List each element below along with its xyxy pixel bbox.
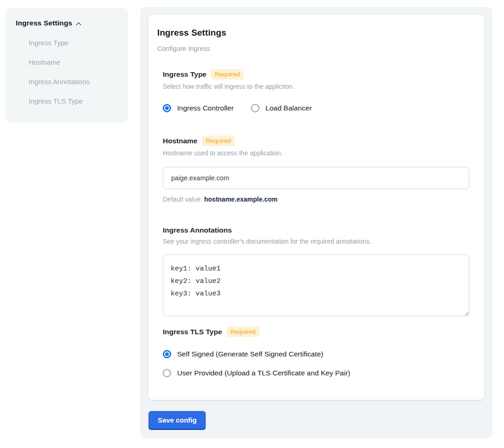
radio-selected-icon[interactable]: [163, 104, 171, 112]
field-ingress-tls-type: Ingress TLS Type Required Self Signed (G…: [163, 326, 469, 377]
hostname-input[interactable]: [163, 167, 469, 189]
hostname-description: Hostname used to access the application.: [163, 149, 469, 157]
radio-load-balancer-label: Load Balancer: [265, 104, 312, 112]
radio-user-provided[interactable]: User Provided (Upload a TLS Certificate …: [163, 369, 469, 377]
ingress-type-radio-group: Ingress Controller Load Balancer: [163, 104, 469, 112]
radio-ingress-controller[interactable]: Ingress Controller: [163, 104, 234, 112]
sidebar-item-hostname[interactable]: Hostname: [29, 58, 118, 66]
radio-unselected-icon[interactable]: [251, 104, 259, 112]
ingress-type-description: Select how traffic will ingress to the a…: [163, 83, 469, 90]
ingress-tls-type-label: Ingress TLS Type: [163, 328, 222, 336]
ingress-settings-card: Ingress Settings Configure Ingress Ingre…: [148, 15, 484, 400]
ingress-type-label: Ingress Type: [163, 70, 206, 79]
radio-ingress-controller-label: Ingress Controller: [177, 104, 234, 112]
field-hostname: Hostname Required Hostname used to acces…: [163, 135, 469, 203]
page-subtitle: Configure Ingress: [157, 45, 469, 52]
ingress-annotations-textarea[interactable]: key1: value1 key2: value2 key3: value3: [163, 254, 469, 316]
radio-user-provided-label: User Provided (Upload a TLS Certificate …: [177, 369, 350, 377]
field-ingress-type: Ingress Type Required Select how traffic…: [163, 69, 469, 112]
settings-panel: Ingress Settings Configure Ingress Ingre…: [140, 7, 492, 438]
field-ingress-annotations: Ingress Annotations See your ingress con…: [163, 226, 469, 316]
sidebar-section-toggle[interactable]: Ingress Settings: [16, 19, 118, 27]
save-config-button[interactable]: Save config: [148, 411, 206, 430]
required-badge: Required: [227, 326, 259, 337]
sidebar-item-ingress-annotations[interactable]: Ingress Annotations: [29, 78, 118, 86]
radio-self-signed[interactable]: Self Signed (Generate Self Signed Certif…: [163, 350, 469, 358]
ingress-tls-radio-group: Self Signed (Generate Self Signed Certif…: [163, 350, 469, 377]
radio-selected-icon[interactable]: [163, 350, 171, 358]
ingress-annotations-description: See your ingress controller's documentat…: [163, 238, 469, 245]
ingress-annotations-label: Ingress Annotations: [163, 226, 232, 234]
hostname-default-line: Default value: hostname.example.com: [163, 196, 469, 203]
radio-unselected-icon[interactable]: [163, 369, 171, 377]
radio-load-balancer[interactable]: Load Balancer: [251, 104, 312, 112]
sidebar-item-ingress-tls-type[interactable]: Ingress TLS Type: [29, 97, 118, 105]
hostname-label: Hostname: [163, 137, 197, 145]
radio-self-signed-label: Self Signed (Generate Self Signed Certif…: [177, 350, 323, 358]
sidebar-item-ingress-type[interactable]: Ingress Type: [29, 39, 118, 47]
required-badge: Required: [202, 135, 235, 146]
sidebar-item-list: Ingress Type Hostname Ingress Annotation…: [29, 39, 118, 105]
required-badge: Required: [211, 69, 244, 80]
default-value-label: Default value:: [163, 196, 204, 203]
settings-sidebar: Ingress Settings Ingress Type Hostname I…: [6, 8, 128, 123]
default-value-text: hostname.example.com: [204, 196, 278, 203]
sidebar-section-title: Ingress Settings: [16, 19, 72, 27]
page-title: Ingress Settings: [157, 28, 469, 38]
chevron-up-icon: [76, 21, 81, 27]
